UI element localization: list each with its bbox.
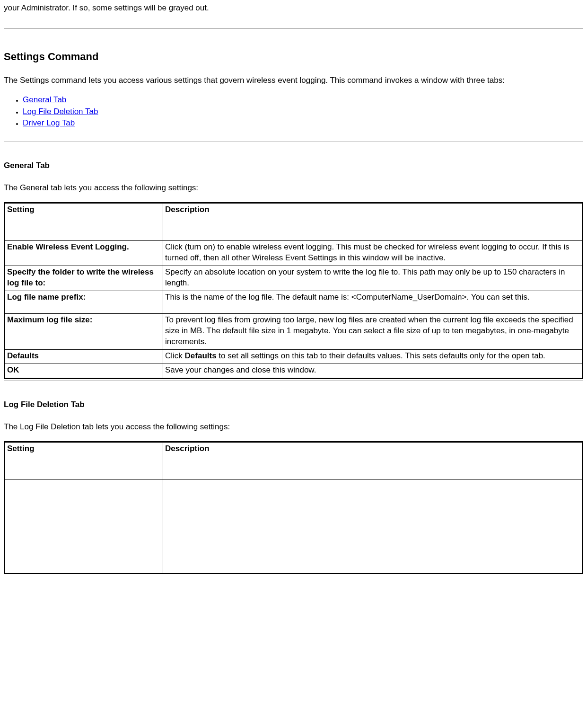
table-row: Defaults Click Defaults to set all setti… bbox=[5, 349, 583, 364]
link-general-tab[interactable]: General Tab bbox=[23, 95, 66, 104]
divider bbox=[4, 380, 583, 381]
intro-fragment: your Administrator. If so, some settings… bbox=[4, 3, 583, 14]
general-tab-table: Setting Description Enable Wireless Even… bbox=[4, 202, 583, 379]
setting-name: Defaults bbox=[5, 349, 163, 364]
setting-description: Click (turn on) to enable wireless event… bbox=[163, 241, 583, 266]
general-tab-paragraph: The General tab lets you access the foll… bbox=[4, 183, 583, 194]
setting-description: Save your changes and close this window. bbox=[163, 364, 583, 378]
log-file-deletion-heading: Log File Deletion Tab bbox=[4, 400, 583, 410]
link-log-file-deletion-tab[interactable]: Log File Deletion Tab bbox=[23, 107, 98, 116]
setting-name bbox=[5, 479, 163, 573]
tab-link-list: General Tab Log File Deletion Tab Driver… bbox=[4, 95, 583, 129]
log-file-deletion-paragraph: The Log File Deletion tab lets you acces… bbox=[4, 422, 583, 433]
log-file-deletion-table: Setting Description bbox=[4, 441, 583, 574]
divider bbox=[4, 28, 583, 29]
general-tab-heading: General Tab bbox=[4, 160, 583, 171]
setting-name: Specify the folder to write the wireless… bbox=[5, 266, 163, 291]
list-item: Log File Deletion Tab bbox=[23, 107, 583, 117]
setting-description: Click Defaults to set all settings on th… bbox=[163, 349, 583, 364]
setting-description bbox=[163, 479, 583, 573]
table-row: Maximum log file size: To prevent log fi… bbox=[5, 313, 583, 349]
table-row: Enable Wireless Event Logging. Click (tu… bbox=[5, 241, 583, 266]
settings-command-heading: Settings Command bbox=[4, 50, 583, 64]
setting-name: Maximum log file size: bbox=[5, 313, 163, 349]
table-row: Specify the folder to write the wireless… bbox=[5, 266, 583, 291]
setting-description: This is the name of the log file. The de… bbox=[163, 291, 583, 314]
table-row bbox=[5, 479, 583, 573]
table-header-setting: Setting bbox=[5, 203, 163, 241]
link-driver-log-tab[interactable]: Driver Log Tab bbox=[23, 118, 75, 127]
setting-name: OK bbox=[5, 364, 163, 378]
divider bbox=[4, 141, 583, 142]
list-item: General Tab bbox=[23, 95, 583, 106]
table-header-description: Description bbox=[163, 442, 583, 479]
table-header-row: Setting Description bbox=[5, 442, 583, 479]
setting-description: Specify an absolute location on your sys… bbox=[163, 266, 583, 291]
setting-name: Log file name prefix: bbox=[5, 291, 163, 314]
table-row: Log file name prefix: This is the name o… bbox=[5, 291, 583, 314]
table-header-description: Description bbox=[163, 203, 583, 241]
setting-description: To prevent log files from growing too la… bbox=[163, 313, 583, 349]
table-row: OK Save your changes and close this wind… bbox=[5, 364, 583, 378]
table-header-row: Setting Description bbox=[5, 203, 583, 241]
list-item: Driver Log Tab bbox=[23, 118, 583, 129]
table-header-setting: Setting bbox=[5, 442, 163, 479]
setting-name: Enable Wireless Event Logging. bbox=[5, 241, 163, 266]
settings-command-paragraph: The Settings command lets you access var… bbox=[4, 75, 583, 86]
